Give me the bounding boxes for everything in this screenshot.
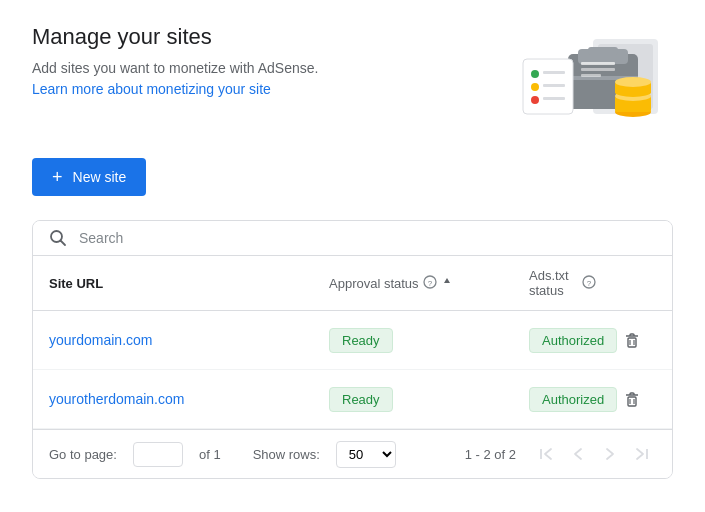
svg-rect-7 (581, 68, 615, 71)
site-url-cell: yourotherdomain.com (49, 391, 329, 407)
svg-rect-8 (581, 74, 601, 77)
delete-button[interactable] (617, 384, 647, 414)
plus-icon: + (52, 168, 63, 186)
site-url-cell: yourdomain.com (49, 332, 329, 348)
col-header-site-url: Site URL (49, 276, 329, 291)
nav-last-button[interactable] (628, 440, 656, 468)
search-input[interactable] (79, 230, 656, 246)
site-url-link[interactable]: yourotherdomain.com (49, 391, 184, 407)
sites-table: Site URL Approval status ? Ads.txt statu… (32, 220, 673, 479)
svg-rect-6 (581, 62, 615, 65)
svg-text:?: ? (587, 278, 592, 287)
approval-badge: Ready (329, 387, 393, 412)
nav-next-button[interactable] (596, 440, 624, 468)
approval-sort-icon[interactable] (441, 275, 453, 291)
site-url-link[interactable]: yourdomain.com (49, 332, 153, 348)
approval-info-icon[interactable]: ? (423, 275, 437, 292)
search-icon (49, 229, 67, 247)
adstxt-status-cell: Authorized (529, 328, 617, 353)
pagination-row: Go to page: of 1 Show rows: 10 25 50 100… (33, 429, 672, 478)
table-header: Site URL Approval status ? Ads.txt statu… (33, 256, 672, 311)
svg-point-20 (531, 96, 539, 104)
svg-rect-17 (543, 71, 565, 74)
range-label: 1 - 2 of 2 (465, 447, 516, 462)
svg-line-23 (61, 241, 66, 246)
actions-cell (617, 384, 673, 414)
page-input[interactable] (133, 442, 183, 467)
delete-button[interactable] (617, 325, 647, 355)
nav-first-button[interactable] (532, 440, 560, 468)
svg-text:?: ? (427, 278, 432, 287)
adstxt-status-cell: Authorized (529, 387, 617, 412)
col-header-approval: Approval status ? (329, 275, 529, 292)
rows-per-page-select[interactable]: 10 25 50 100 (336, 441, 396, 468)
search-bar (33, 221, 672, 256)
col-header-adstxt: Ads.txt status ? (529, 268, 596, 298)
table-row: yourotherdomain.com Ready Authorized (33, 370, 672, 429)
go-to-page-label: Go to page: (49, 447, 117, 462)
approval-status-cell: Ready (329, 328, 529, 353)
adstxt-info-icon[interactable]: ? (582, 275, 596, 292)
svg-point-18 (531, 83, 539, 91)
approval-status-cell: Ready (329, 387, 529, 412)
actions-cell (617, 325, 673, 355)
show-rows-label: Show rows: (253, 447, 320, 462)
svg-rect-19 (543, 84, 565, 87)
new-site-button[interactable]: + New site (32, 158, 146, 196)
of-label: of 1 (199, 447, 221, 462)
page-container: Manage your sites Add sites you want to … (0, 0, 705, 512)
svg-point-14 (615, 77, 651, 87)
header-text: Manage your sites Add sites you want to … (32, 24, 352, 100)
svg-rect-32 (628, 397, 636, 406)
page-subtitle: Add sites you want to monetize with AdSe… (32, 58, 352, 100)
approval-badge: Ready (329, 328, 393, 353)
adstxt-badge: Authorized (529, 328, 617, 353)
nav-buttons (532, 440, 656, 468)
page-title: Manage your sites (32, 24, 352, 50)
svg-point-16 (531, 70, 539, 78)
svg-rect-21 (543, 97, 565, 100)
adstxt-badge: Authorized (529, 387, 617, 412)
svg-rect-28 (628, 338, 636, 347)
header-section: Manage your sites Add sites you want to … (32, 24, 673, 134)
table-row: yourdomain.com Ready Authorized (33, 311, 672, 370)
learn-more-link[interactable]: Learn more about monetizing your site (32, 81, 271, 97)
nav-prev-button[interactable] (564, 440, 592, 468)
svg-rect-4 (588, 47, 618, 55)
header-illustration (513, 24, 673, 134)
